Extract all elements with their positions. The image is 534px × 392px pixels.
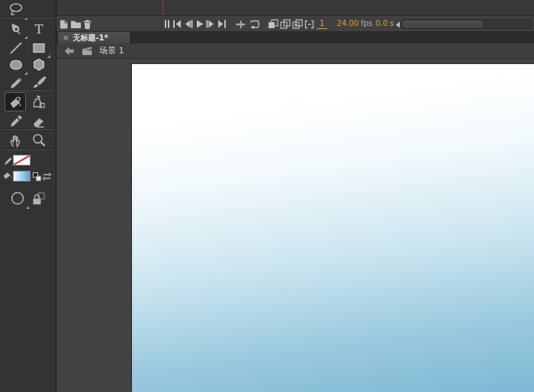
fill-color-label xyxy=(2,170,12,180)
default-colors-icon xyxy=(33,172,41,182)
pause-icon xyxy=(164,20,170,28)
divider xyxy=(2,129,53,130)
tab-close-icon[interactable]: × xyxy=(63,34,69,42)
edit-bar: 场景 1 xyxy=(56,43,534,59)
play-button[interactable] xyxy=(194,18,205,30)
pen-tool[interactable] xyxy=(7,21,25,37)
text-tool-glyph: T xyxy=(34,23,43,36)
stroke-color-label xyxy=(4,155,12,165)
rectangle-icon xyxy=(31,40,47,56)
collapse-arrow-icon xyxy=(395,21,400,28)
tab-title: 无标题-1* xyxy=(72,33,108,43)
step-back-icon xyxy=(184,20,193,28)
divider xyxy=(2,149,53,150)
step-forward-button[interactable] xyxy=(204,18,216,30)
playhead-line[interactable] xyxy=(162,0,164,15)
polystar-icon xyxy=(31,56,47,73)
eyedropper-tool[interactable] xyxy=(7,113,25,130)
paint-bucket-icon xyxy=(7,94,24,111)
clapperboard-icon xyxy=(82,46,93,56)
frame-rate-field[interactable]: 24.00 xyxy=(336,19,359,28)
paint-bucket-tool[interactable] xyxy=(5,92,26,111)
gap-size-option[interactable] xyxy=(10,191,27,207)
hand-tool[interactable] xyxy=(7,132,25,149)
oval-icon xyxy=(8,56,24,73)
loop-playback-button[interactable] xyxy=(248,18,259,30)
timeline-clipped-area xyxy=(56,0,534,15)
modify-markers-icon xyxy=(304,20,314,29)
fill-color-swatch[interactable] xyxy=(13,171,31,182)
brush-tool[interactable] xyxy=(30,74,48,91)
rectangle-tool[interactable] xyxy=(30,40,48,56)
horizontal-scrollbar-track[interactable] xyxy=(401,19,532,29)
line-icon xyxy=(8,40,24,56)
line-tool[interactable] xyxy=(7,40,25,56)
first-frame-button[interactable] xyxy=(171,18,182,30)
delete-button[interactable] xyxy=(82,18,93,30)
last-frame-button[interactable] xyxy=(216,18,227,30)
onion-skin-outlines-icon xyxy=(280,19,291,29)
lock-fill-option[interactable] xyxy=(32,191,45,205)
tool-panel: T xyxy=(0,0,56,392)
center-frame-button[interactable] xyxy=(235,18,246,30)
text-tool[interactable]: T xyxy=(30,21,48,37)
swap-colors-icon xyxy=(42,172,52,182)
ink-bottle-icon xyxy=(30,93,47,110)
pencil-tool[interactable] xyxy=(7,74,25,91)
ink-bottle-tool[interactable] xyxy=(29,93,47,110)
edit-multiple-frames-button[interactable] xyxy=(291,18,303,30)
polystar-tool[interactable] xyxy=(30,56,48,73)
play-icon xyxy=(196,20,204,28)
step-forward-icon xyxy=(206,20,215,28)
lock-fill-icon xyxy=(32,191,45,205)
new-folder-icon xyxy=(70,19,82,29)
gap-size-flyout-arrow xyxy=(26,206,29,209)
onion-skin-outlines-button[interactable] xyxy=(279,18,291,30)
document-tab[interactable]: × 无标题-1* xyxy=(58,32,130,43)
pen-flyout-arrow xyxy=(24,36,27,39)
stroke-color-swatch[interactable] xyxy=(13,155,31,165)
center-frame-icon xyxy=(236,20,246,29)
onion-skin-button[interactable] xyxy=(267,18,278,30)
zoom-icon xyxy=(31,132,47,149)
step-back-button[interactable] xyxy=(182,18,194,30)
back-button[interactable] xyxy=(64,47,74,56)
eyedropper-icon xyxy=(8,113,24,130)
fill-bucket-icon xyxy=(2,170,12,180)
default-colors-button[interactable] xyxy=(33,172,41,182)
stage-canvas[interactable] xyxy=(132,64,534,392)
brush-icon xyxy=(31,74,47,91)
hand-icon xyxy=(8,132,24,149)
eraser-tool[interactable] xyxy=(30,113,48,130)
no-color-slash-icon xyxy=(14,156,30,165)
zoom-tool[interactable] xyxy=(30,132,48,149)
divider xyxy=(2,90,53,91)
new-layer-icon xyxy=(59,19,69,30)
loop-icon xyxy=(249,20,259,29)
document-tab-bar: × 无标题-1* xyxy=(56,32,534,43)
eraser-icon xyxy=(31,113,47,130)
back-arrow-icon xyxy=(64,47,74,56)
onion-skin-icon xyxy=(268,19,278,29)
lasso-tool[interactable] xyxy=(7,2,25,18)
lasso-icon xyxy=(8,2,24,18)
current-frame-field[interactable]: 1 xyxy=(317,19,327,29)
swap-colors-button[interactable] xyxy=(42,172,52,182)
oval-tool[interactable] xyxy=(7,56,25,73)
new-layer-button[interactable] xyxy=(58,18,69,30)
modify-markers-button[interactable] xyxy=(304,18,315,30)
new-folder-button[interactable] xyxy=(70,18,82,30)
pasteboard xyxy=(56,59,534,392)
pen-icon xyxy=(8,21,24,37)
gap-size-icon xyxy=(10,191,25,206)
last-frame-icon xyxy=(217,20,227,28)
elapsed-time-value: 0.0 xyxy=(371,19,388,28)
horizontal-scrollbar-thumb[interactable] xyxy=(403,21,482,27)
scene-name[interactable]: 场景 1 xyxy=(99,45,124,56)
timeline-controls-bar: 1 24.00 fps 0.0 s xyxy=(56,15,534,32)
trash-icon xyxy=(82,19,92,30)
stroke-pencil-icon xyxy=(4,155,12,165)
divider xyxy=(2,18,53,18)
edit-multiple-frames-icon xyxy=(292,19,303,29)
pencil-icon xyxy=(8,74,24,91)
